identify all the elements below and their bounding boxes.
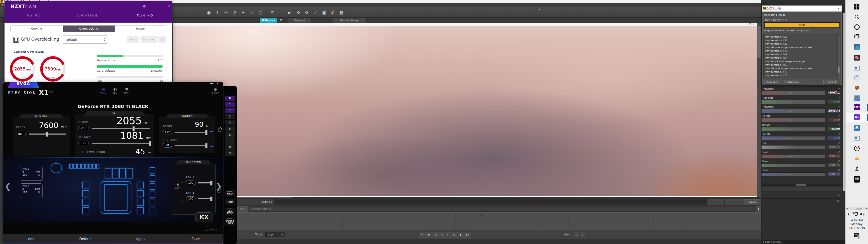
default-button[interactable]: Default: [58, 234, 113, 244]
taskbar-clock[interactable]: 4:02 AM Monday 11/11/2019: [846, 218, 868, 230]
power-target-input[interactable]: 112: [162, 130, 172, 134]
slider-knob[interactable]: [789, 92, 792, 95]
slider-thumb[interactable]: [149, 141, 151, 146]
param-slider[interactable]: [761, 163, 825, 167]
scroll-right-icon[interactable]: ▶: [866, 207, 868, 210]
taskbar-overflow-scrollbar[interactable]: ◀ ▶: [846, 207, 868, 210]
close-icon[interactable]: ✕: [837, 6, 840, 11]
vga1-icon[interactable]: ▤VGA 1: [98, 87, 108, 94]
taskbar-terragen-icon[interactable]: TERRAGEN: [854, 125, 860, 130]
osd-button[interactable]: OSD: [225, 190, 235, 196]
tab-my-pc[interactable]: MY PC: [27, 14, 41, 17]
temp-target-slider[interactable]: [175, 145, 207, 146]
led-icon[interactable]: ◐LED: [110, 87, 120, 94]
param-slider[interactable]: [761, 100, 825, 104]
rotate-tool-icon[interactable]: ⟳: [303, 8, 311, 16]
panel-menu-icon[interactable]: ≣: [280, 19, 282, 22]
frame-tool-icon[interactable]: ▣: [320, 8, 329, 16]
key-icon-1[interactable]: ⚷: [574, 232, 580, 238]
scale-tool-icon[interactable]: ⤢: [311, 8, 320, 16]
gear-icon[interactable]: ⚙: [837, 132, 840, 135]
link-chain-icon[interactable]: [217, 127, 223, 132]
render-log[interactable]: Iray Iteration: 427 Iray Iteration: 432 …: [763, 34, 837, 78]
profile-7[interactable]: 7: [225, 138, 235, 144]
create-camera-icon[interactable]: ◉: [205, 8, 213, 16]
gear-icon[interactable]: ⚙: [837, 141, 840, 144]
x1-window-controls[interactable]: — ✕: [210, 82, 220, 85]
daz-window-controls[interactable]: — ✕: [531, 8, 542, 11]
app-icon-s-orange[interactable]: S: [854, 155, 860, 161]
param-value[interactable]: 3843.46: [828, 109, 840, 113]
icx-button[interactable]: iCX: [195, 212, 213, 222]
taskbar-precision-x1-icon[interactable]: X1: [854, 114, 860, 120]
tray-chevron-icon[interactable]: ❮: [847, 212, 850, 216]
slider-knob[interactable]: [789, 128, 792, 131]
gear-icon[interactable]: ⚙: [837, 200, 839, 203]
library-file-icon[interactable]: 🗀 ▾: [237, 206, 248, 212]
gear-icon[interactable]: ⚙: [143, 4, 146, 8]
fan2-slider[interactable]: [198, 198, 212, 199]
slider-knob[interactable]: [789, 137, 792, 140]
param-value[interactable]: 100.0%: [828, 145, 840, 149]
create-pointlight-icon[interactable]: ✳: [222, 8, 230, 16]
close-icon[interactable]: ✕: [168, 4, 170, 7]
profile-3[interactable]: 3: [225, 114, 235, 119]
timeline-playhead[interactable]: [479, 213, 479, 230]
prev-frame-button[interactable]: ◀: [441, 234, 442, 236]
pane-vscrollbar[interactable]: [843, 13, 845, 191]
slider-knob[interactable]: [789, 146, 792, 149]
library-combo-caret[interactable]: ▼: [756, 206, 761, 212]
network-icon[interactable]: [853, 212, 858, 217]
play-button[interactable]: ▶: [447, 234, 448, 236]
profile-dropdown[interactable]: Default ▲▼: [63, 35, 108, 43]
slider-knob[interactable]: [789, 110, 792, 113]
hwm-icon[interactable]: ♥HWM: [122, 87, 132, 94]
start-button[interactable]: [854, 4, 860, 10]
param-value[interactable]: 0.00: [828, 118, 840, 122]
key-icon-2[interactable]: ⚷: [580, 232, 585, 238]
minimize-button[interactable]: Minimize: [764, 80, 781, 85]
profile-4[interactable]: 4: [225, 120, 235, 125]
render-cancel-button[interactable]: Cancel: [824, 80, 840, 85]
slider-thumb[interactable]: [210, 196, 213, 201]
subtab-overclocking[interactable]: Overclocking: [63, 26, 115, 32]
gear-icon[interactable]: ⚙: [837, 105, 840, 108]
param-value[interactable]: 0.00: [828, 100, 840, 103]
create-spotlight-icon[interactable]: ✶: [213, 8, 222, 16]
speaker-icon[interactable]: [860, 212, 865, 217]
gear-icon[interactable]: ⚙: [837, 87, 840, 90]
fast-forward-button[interactable]: ▶▶: [466, 234, 469, 236]
fan2-input[interactable]: 100: [186, 196, 195, 201]
temp-target-input[interactable]: 88: [162, 143, 172, 148]
app-icon-splat[interactable]: [854, 85, 860, 91]
save-button[interactable]: Save: [127, 36, 139, 43]
profile-5[interactable]: 5: [225, 126, 235, 131]
timeline-grid[interactable]: [173, 212, 761, 230]
pane-options-icon[interactable]: ☰: [837, 193, 840, 196]
profile-1[interactable]: 1: [225, 102, 235, 107]
fan1-input[interactable]: 100: [186, 181, 195, 185]
list-icon[interactable]: ≣: [268, 8, 276, 16]
app-icon-m-hex[interactable]: M: [854, 95, 860, 101]
tab-tuning[interactable]: TUNING: [137, 14, 154, 17]
bottom-scroll-thumb[interactable]: [237, 197, 291, 199]
history-button[interactable]: History >>: [783, 80, 802, 85]
lessons-bar[interactable]: Select a Lesson...: [761, 240, 845, 244]
pane-collapsed-bar[interactable]: [761, 187, 843, 191]
app-icon-clock[interactable]: [854, 75, 860, 81]
boost-lock-button[interactable]: BOOST LOCK: [225, 218, 235, 225]
menu-file[interactable]: File: [1, 4, 5, 6]
param-slider[interactable]: [761, 109, 825, 113]
viewport-title-bar[interactable]: — ❐ ✕: [173, 23, 757, 26]
viewport-scrollbar-thumb[interactable]: [757, 26, 761, 58]
search-icon[interactable]: [854, 14, 860, 20]
param-slider[interactable]: [761, 136, 825, 140]
slider-knob[interactable]: [789, 119, 792, 122]
param-slider[interactable]: [761, 145, 825, 149]
load-button[interactable]: Load: [3, 234, 58, 244]
memory-slider[interactable]: [29, 133, 66, 135]
fan1-slider[interactable]: [198, 182, 212, 183]
log-scrollbar-thumb[interactable]: [838, 67, 839, 73]
gear-icon[interactable]: ⚙: [837, 159, 840, 162]
slider-knob[interactable]: [789, 100, 792, 104]
